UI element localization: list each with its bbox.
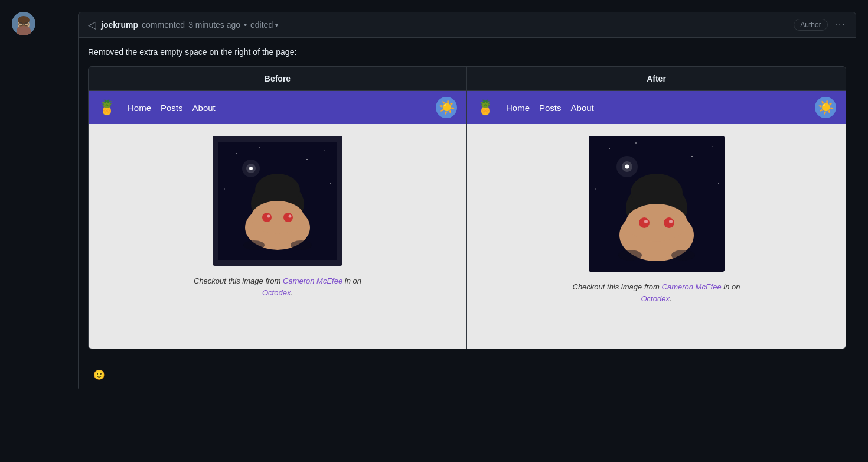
- before-nav-links: Home Posts About: [128, 103, 216, 113]
- after-caption-site-link[interactable]: Octodex: [641, 294, 669, 303]
- after-browser: 🍍 Home Posts About ☀️: [467, 91, 846, 349]
- chevron-down-icon: ▾: [275, 22, 278, 28]
- comment-time: 3 minutes ago: [188, 20, 240, 30]
- author-badge: Author: [794, 19, 827, 31]
- before-caption-author-link[interactable]: Cameron McEfee: [283, 276, 342, 285]
- svg-point-40: [644, 220, 648, 223]
- before-pineapple-icon: 🍍: [98, 99, 116, 116]
- back-arrow-icon: ◁: [88, 18, 96, 31]
- before-header: Before: [89, 67, 467, 90]
- svg-point-25: [243, 240, 265, 250]
- svg-point-31: [712, 146, 713, 147]
- before-content: Checkout this image from Cameron McEfee …: [89, 124, 466, 349]
- comparison-headers: Before After: [89, 67, 846, 90]
- comment-header: ◁ joekrump commented 3 minutes ago • edi…: [79, 12, 856, 38]
- svg-point-11: [324, 150, 325, 151]
- svg-point-21: [289, 215, 292, 218]
- svg-point-8: [236, 153, 237, 154]
- after-content: Checkout this image from Cameron McEfee …: [467, 124, 846, 349]
- after-sun-button[interactable]: ☀️: [815, 97, 836, 118]
- svg-point-45: [618, 250, 642, 261]
- after-caption-text: Checkout this image from: [573, 282, 662, 291]
- svg-point-37: [626, 204, 687, 242]
- after-nav-home[interactable]: Home: [506, 103, 530, 113]
- after-navbar: 🍍 Home Posts About ☀️: [467, 91, 846, 124]
- before-image: [213, 136, 342, 266]
- svg-point-32: [595, 188, 596, 190]
- before-panel: 🍍 Home Posts About ☀️: [89, 91, 467, 349]
- comment-separator: •: [244, 20, 247, 30]
- comparison-panels: 🍍 Home Posts About ☀️: [89, 90, 846, 349]
- svg-point-9: [259, 147, 260, 148]
- svg-point-39: [664, 217, 674, 228]
- before-sun-button[interactable]: ☀️: [436, 97, 457, 118]
- comment-action: commented: [142, 20, 185, 30]
- svg-point-33: [718, 183, 719, 184]
- after-caption: Checkout this image from Cameron McEfee …: [573, 281, 740, 304]
- before-caption-mid: in on: [342, 276, 361, 285]
- svg-point-19: [283, 213, 293, 222]
- svg-point-29: [635, 142, 637, 144]
- after-nav-about[interactable]: About: [571, 103, 594, 113]
- more-menu-button[interactable]: ···: [835, 19, 846, 30]
- edited-label[interactable]: edited ▾: [250, 20, 278, 30]
- svg-point-26: [291, 240, 312, 250]
- after-nav-links: Home Posts About: [506, 103, 594, 113]
- comment-body: Removed the extra empty space on the rig…: [79, 38, 856, 359]
- after-image: [589, 136, 725, 272]
- commenter-username[interactable]: joekrump: [101, 20, 138, 30]
- before-nav-posts[interactable]: Posts: [161, 103, 183, 113]
- svg-point-38: [639, 217, 650, 228]
- avatar[interactable]: [12, 12, 35, 35]
- after-nav-posts[interactable]: Posts: [539, 103, 562, 113]
- svg-point-28: [609, 148, 610, 149]
- svg-point-24: [242, 160, 260, 177]
- before-caption-text: Checkout this image from: [194, 276, 283, 285]
- svg-point-17: [251, 201, 304, 234]
- after-panel: 🍍 Home Posts About ☀️: [467, 91, 846, 349]
- svg-point-44: [616, 156, 638, 177]
- before-browser: 🍍 Home Posts About ☀️: [89, 91, 466, 349]
- comparison-table: Before After 🍍: [88, 66, 846, 349]
- svg-point-12: [224, 188, 225, 190]
- before-caption-site-link[interactable]: Octodex: [262, 288, 291, 297]
- before-nav-about[interactable]: About: [192, 103, 216, 113]
- reaction-emoji-button[interactable]: 🙂: [88, 366, 110, 383]
- svg-point-18: [262, 213, 272, 222]
- comment-text: Removed the extra empty space on the rig…: [88, 47, 846, 57]
- svg-point-46: [671, 250, 695, 261]
- comment-card: ◁ joekrump commented 3 minutes ago • edi…: [78, 12, 856, 391]
- after-header: After: [467, 67, 846, 90]
- after-pineapple-icon: 🍍: [477, 99, 494, 116]
- after-caption-author-link[interactable]: Cameron McEfee: [662, 282, 722, 291]
- svg-point-13: [330, 183, 331, 184]
- svg-point-20: [267, 215, 270, 218]
- svg-point-30: [691, 156, 693, 157]
- svg-point-10: [306, 159, 308, 160]
- svg-point-41: [669, 220, 673, 223]
- comment-reactions: 🙂: [79, 359, 856, 391]
- smiley-icon: 🙂: [93, 370, 105, 380]
- before-navbar: 🍍 Home Posts About ☀️: [89, 91, 466, 124]
- before-nav-home[interactable]: Home: [128, 103, 151, 113]
- after-caption-mid: in on: [722, 282, 740, 291]
- before-caption: Checkout this image from Cameron McEfee …: [194, 275, 361, 298]
